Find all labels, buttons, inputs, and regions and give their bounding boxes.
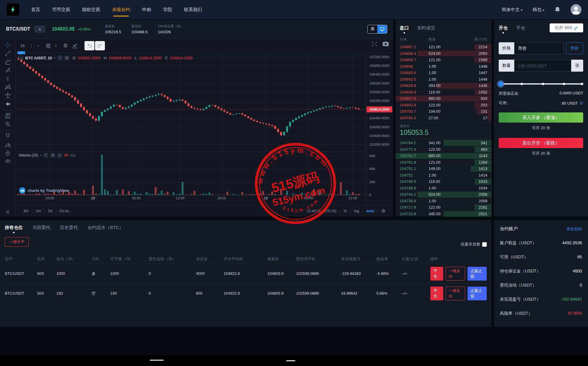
slider-track[interactable]	[499, 83, 583, 85]
pair-dropdown[interactable]: ▾	[34, 25, 45, 33]
tab-trades[interactable]: 实时成交	[417, 25, 435, 31]
chevron-down-icon[interactable]: ▾	[54, 56, 56, 59]
object-tree-icon[interactable]: ▭	[19, 56, 23, 60]
chart-bottom-bar: 3m1m5dGo to... 12:40:11 (UTC+8) % log au…	[16, 205, 393, 216]
transfer-arrows-icon[interactable]	[579, 101, 583, 105]
tab-orderbook[interactable]: 盘口	[400, 25, 409, 31]
orderbook-row[interactable]: 104751.1149.001413	[396, 165, 491, 172]
orderbook-row[interactable]: 104843.51.001446	[396, 76, 491, 83]
positions-tab-3[interactable]: 合约流水（BTC）	[88, 225, 123, 231]
volume-close-icon[interactable]: ×	[57, 153, 62, 158]
orderbook-row[interactable]: 104843.81.001447	[396, 70, 491, 76]
position-row[interactable]: BTC/USDT50X1000多100004000104922.8104803.…	[5, 263, 487, 283]
close-position-button[interactable]: 平仓	[430, 267, 443, 281]
volume-settings-icon[interactable]: ⚙	[50, 153, 55, 158]
bell-icon[interactable]	[554, 6, 560, 13]
slider-dot[interactable]	[563, 83, 565, 85]
orderbook-row[interactable]: 104826.8119.001052	[396, 89, 491, 96]
orderbook-row[interactable]: 104748.9119.001533	[396, 178, 491, 185]
range-button-Goto[interactable]: Go to...	[56, 209, 76, 213]
tab-open-position[interactable]: 开仓	[499, 25, 508, 31]
toolbar-collapse-marker[interactable]: ▲	[17, 51, 25, 54]
nav-item-5[interactable]: 学院	[163, 0, 172, 19]
tp-sl-button[interactable]: 止盈止损	[468, 287, 487, 300]
volume-title[interactable]: Volume (20)	[19, 153, 38, 157]
price-input[interactable]	[514, 46, 563, 51]
tab-close-position[interactable]: 平仓	[516, 25, 525, 31]
nav-item-6[interactable]: 联系我们	[184, 0, 202, 19]
orderbook-row[interactable]: 104738.81.002059	[396, 198, 491, 204]
reverse-position-button[interactable]: 一键反向	[446, 287, 465, 300]
reverse-position-button[interactable]: 一键反向	[446, 267, 465, 281]
theme-display-button[interactable]	[377, 25, 387, 33]
orderbook-row[interactable]: 104727.9122.002181	[396, 204, 491, 211]
positions-header: 合约	[5, 256, 37, 262]
orderbook-row[interactable]: 104803.9122.00253	[396, 102, 491, 109]
theme-dark-button[interactable]: 黑	[368, 25, 377, 33]
tradingview-attribution[interactable]: charts by TradingView	[19, 187, 69, 194]
fund-transfer-link[interactable]: 资金划转	[566, 226, 582, 232]
orderbook-row[interactable]: 104858.4524.002093	[396, 50, 491, 57]
nav-item-4[interactable]: 申购	[142, 0, 151, 19]
positions-header: 开仓平均价	[224, 256, 267, 262]
quantity-input[interactable]	[514, 63, 571, 68]
auto-scale-button[interactable]: auto	[363, 209, 378, 213]
slider-handle[interactable]	[498, 81, 503, 87]
position-row[interactable]: BTC/USDT50X150空1500600104922.8104803.910…	[5, 283, 487, 303]
avatar[interactable]	[571, 4, 581, 15]
orderbook-row[interactable]: 104856.7121.001569	[396, 57, 491, 63]
volume-eye-icon[interactable]: ○	[43, 153, 48, 158]
percent-scale-button[interactable]: %	[340, 209, 350, 213]
positions-tab-0[interactable]: 持有仓位	[5, 225, 23, 231]
log-scale-button[interactable]: log	[350, 209, 363, 213]
orderbook-row[interactable]: 104784.2341.00341	[396, 140, 491, 146]
nav-item-0[interactable]: 首页	[31, 0, 40, 19]
chevron-down-icon[interactable]: ▾	[40, 154, 42, 157]
sell-open-short-button[interactable]: 卖出开空 （看跌）	[499, 138, 583, 148]
orderbook-row[interactable]: 1048461.001448	[396, 63, 491, 70]
price-change: +0.09%	[78, 27, 91, 31]
range-button-3m[interactable]: 3m	[20, 209, 32, 213]
orderbook-row[interactable]: 104772.3122.00463	[396, 146, 491, 153]
slider-dot[interactable]	[542, 83, 544, 85]
axis-settings-gear-icon[interactable]: ⚙	[378, 208, 389, 214]
orderbook-row[interactable]: 104744.2524.002058	[396, 191, 491, 198]
account-row: 风险率（USDT）97.65%	[500, 311, 582, 316]
range-button-5d[interactable]: 5d	[45, 209, 56, 213]
tp-sl-button[interactable]: 止盈止损	[468, 267, 487, 281]
legend-settings-icon[interactable]: ⚙	[64, 55, 69, 60]
orderbook-row[interactable]: 104761.8121.001264	[396, 159, 491, 166]
language-select[interactable]: 简体中文▾	[502, 7, 522, 13]
orderbook-row[interactable]: 104793.7104.00131	[396, 108, 491, 115]
buy-open-long-button[interactable]: 买入开多 （看涨）	[499, 112, 583, 123]
nav-item-3[interactable]: 永续合约	[112, 0, 130, 19]
close-all-button[interactable]: 一键全平	[5, 237, 29, 247]
close-position-button[interactable]: 平仓	[430, 287, 443, 300]
orderbook-row[interactable]: 104725.9340.002521	[396, 211, 491, 217]
orderbook-row[interactable]: 1047511.001414	[396, 172, 491, 179]
market-price-button[interactable]: 市价	[566, 42, 583, 54]
orderbook-row[interactable]: 104748.81.001534	[396, 185, 491, 192]
positions-tab-2[interactable]: 历史委托	[60, 225, 78, 231]
only-current-checkbox[interactable]	[482, 242, 487, 247]
slider-dot[interactable]	[521, 83, 523, 85]
orderbook-row[interactable]: 104762.7680.001143	[396, 153, 491, 159]
wallet-menu[interactable]: 钱包▾	[533, 7, 544, 13]
positions-tab-1[interactable]: 当前委托	[32, 225, 50, 231]
range-button-1m[interactable]: 1m	[32, 209, 44, 213]
nav-item-2[interactable]: 期权交易	[82, 0, 100, 19]
amount-slider[interactable]	[499, 81, 583, 87]
legend-symbol[interactable]: BTC /USDT, 15	[25, 56, 52, 60]
orderbook-row[interactable]: 104829.9393.001445	[396, 82, 491, 89]
orderbook-row[interactable]: 104807.5680.00933	[396, 95, 491, 102]
y-axis-tick: 106000.0000	[369, 82, 389, 85]
leverage-button[interactable]: 杠杆 50X	[550, 23, 583, 32]
orderbook-row[interactable]: 104867.2121.002214	[396, 44, 491, 50]
orderbook-row[interactable]: 104784.327.0027	[396, 115, 491, 121]
clock-label[interactable]: 12:40:11 (UTC+8)	[303, 209, 340, 213]
nav-item-1[interactable]: 币币交易	[52, 0, 70, 19]
positions-header: 操作	[430, 256, 487, 262]
brand-logo[interactable]	[7, 3, 19, 16]
slider-dot[interactable]	[581, 83, 583, 85]
legend-eye-icon[interactable]: ○	[58, 55, 62, 60]
